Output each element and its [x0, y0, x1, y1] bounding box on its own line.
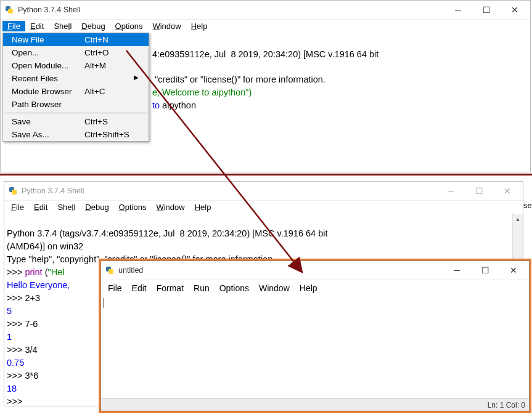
menu-module-browser[interactable]: Module BrowserAlt+C — [3, 85, 149, 98]
menu-run[interactable]: Run — [189, 283, 215, 294]
output-text: 18 — [7, 384, 17, 393]
menu-window[interactable]: Window — [147, 21, 186, 31]
python-icon — [4, 5, 14, 15]
text-cursor — [104, 298, 104, 308]
shell-output: 4:e09359112e, Jul 8 2019, 20:34:20) [MSC… — [150, 34, 530, 113]
menu-shell[interactable]: Shell — [49, 21, 76, 31]
window-controls: ─ ☐ ✕ — [444, 1, 529, 19]
menu-window[interactable]: Window — [254, 283, 295, 294]
close-button[interactable]: ✕ — [501, 1, 529, 19]
close-button[interactable]: ✕ — [493, 182, 522, 200]
minimize-button[interactable]: ─ — [436, 182, 465, 200]
menu-new-file[interactable]: New FileCtrl+N — [3, 33, 149, 46]
output-text: aipython — [160, 100, 196, 110]
titlebar[interactable]: Python 3.7.4 Shell ─ ☐ ✕ — [4, 182, 523, 200]
maximize-button[interactable]: ☐ — [465, 182, 493, 200]
menu-format[interactable]: Format — [152, 283, 189, 294]
editor-highlight-frame: untitled ─ ☐ ✕ File Edit Format Run Opti… — [99, 259, 531, 413]
menu-edit[interactable]: Edit — [25, 21, 49, 31]
divider — [0, 174, 532, 175]
window-controls: ─ ☐ ✕ — [443, 261, 528, 280]
menu-save-as[interactable]: Save As...Ctrl+Shift+S — [3, 128, 149, 141]
menu-file[interactable]: File — [103, 283, 127, 294]
statusbar: Ln: 1 Col: 0 — [101, 398, 529, 411]
window-controls: ─ ☐ ✕ — [436, 182, 522, 200]
menu-options[interactable]: Options — [114, 202, 152, 212]
text-line: 4:e09359112e, Jul 8 2019, 20:34:20) [MSC… — [152, 49, 379, 59]
output-text: 1 — [7, 332, 12, 342]
file-dropdown: New FileCtrl+N Open...Ctrl+O Open Module… — [2, 33, 149, 142]
minimize-button[interactable]: ─ — [443, 261, 471, 280]
window-title: Python 3.7.4 Shell — [18, 6, 444, 14]
menubar: File Edit Format Run Options Window Help — [101, 280, 529, 296]
text-line: Python 3.7.4 (tags/v3.7.4:e09359112e, Ju… — [7, 228, 327, 238]
menu-debug[interactable]: Debug — [76, 21, 110, 31]
menu-file[interactable]: File — [6, 202, 29, 212]
menu-separator — [4, 113, 147, 113]
menu-options[interactable]: Options — [215, 283, 254, 294]
menu-debug[interactable]: Debug — [80, 202, 113, 212]
editor-textarea[interactable] — [101, 296, 529, 399]
output-text: to — [152, 100, 160, 110]
text-line: e, Welcome to aipython") — [152, 87, 252, 97]
titlebar[interactable]: Python 3.7.4 Shell ─ ☐ ✕ — [1, 1, 530, 19]
menu-file[interactable]: File — [2, 21, 25, 31]
menu-edit[interactable]: Edit — [29, 202, 52, 212]
shell-window-top: Python 3.7.4 Shell ─ ☐ ✕ File Edit Shell… — [0, 0, 531, 172]
minimize-button[interactable]: ─ — [444, 1, 472, 19]
editor-window: untitled ─ ☐ ✕ File Edit Format Run Opti… — [100, 260, 530, 411]
text-line: (AMD64)] on win32 — [7, 241, 83, 251]
menu-save[interactable]: SaveCtrl+S — [3, 115, 149, 128]
menu-shell[interactable]: Shell — [52, 202, 80, 212]
menu-help[interactable]: Help — [295, 283, 322, 294]
maximize-button[interactable]: ☐ — [472, 1, 501, 19]
output-text: 5 — [7, 306, 12, 316]
close-button[interactable]: ✕ — [499, 261, 528, 280]
menu-edit[interactable]: Edit — [127, 283, 152, 294]
python-icon — [8, 186, 18, 196]
output-text: Hello Everyone, — [7, 280, 70, 290]
window-title: Python 3.7.4 Shell — [22, 187, 436, 195]
cursor-position: Ln: 1 Col: 0 — [488, 401, 525, 409]
menu-open-module[interactable]: Open Module...Alt+M — [3, 59, 149, 72]
menu-help[interactable]: Help — [186, 21, 213, 31]
output-text: 0.75 — [7, 358, 24, 368]
menu-window[interactable]: Window — [151, 202, 189, 212]
menu-options[interactable]: Options — [110, 21, 148, 31]
text-line: "credits" or "license()" for more inform… — [152, 75, 325, 84]
maximize-button[interactable]: ☐ — [471, 261, 499, 280]
menu-open[interactable]: Open...Ctrl+O — [3, 46, 149, 59]
scroll-up-icon[interactable]: ▲ — [513, 214, 523, 224]
menubar: File Edit Shell Debug Options Window Hel… — [4, 200, 523, 214]
menu-help[interactable]: Help — [190, 202, 216, 212]
python-icon — [105, 265, 115, 275]
titlebar[interactable]: untitled ─ ☐ ✕ — [101, 261, 529, 280]
menu-path-browser[interactable]: Path Browser — [3, 98, 149, 111]
menubar: File Edit Shell Debug Options Window Hel… — [1, 19, 530, 33]
window-title: untitled — [118, 266, 443, 275]
truncated-text: ser — [523, 201, 532, 210]
menu-recent-files[interactable]: Recent Files▶ — [3, 72, 149, 85]
